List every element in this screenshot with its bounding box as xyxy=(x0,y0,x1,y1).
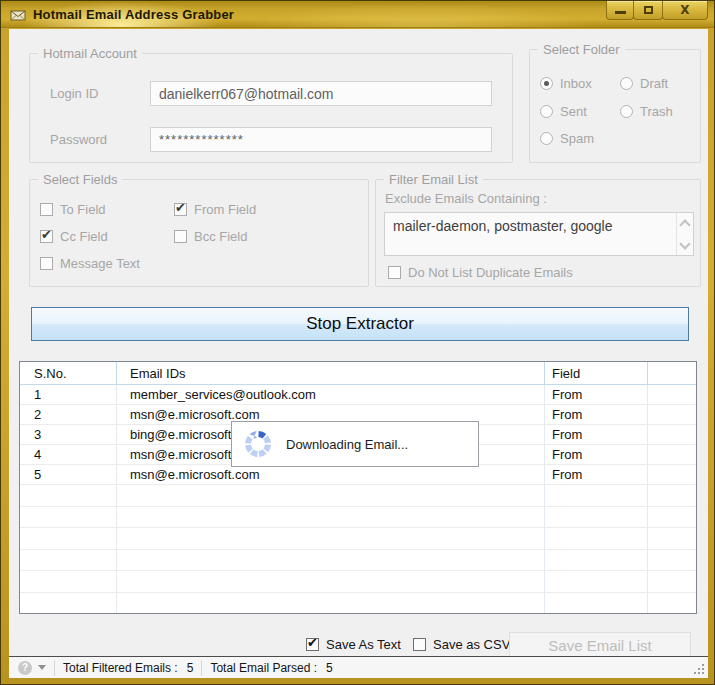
table-row[interactable]: 5 msn@e.microsoft.com From xyxy=(20,465,696,485)
header-sno[interactable]: S.No. xyxy=(20,362,117,384)
radio-trash[interactable]: Trash xyxy=(620,104,673,119)
window-controls: X xyxy=(607,1,708,20)
cell-email: member_services@outlook.com xyxy=(117,385,545,404)
radio-spam-icon xyxy=(540,132,553,145)
checkbox-no-duplicates-icon xyxy=(388,266,401,279)
save-email-list-button[interactable]: Save Email List xyxy=(509,632,691,658)
checkbox-no-duplicates[interactable]: Do Not List Duplicate Emails xyxy=(388,265,573,280)
cell-sno: 3 xyxy=(20,425,117,444)
checkbox-from-field-icon xyxy=(174,203,187,216)
statusbar-divider xyxy=(201,660,202,676)
cell-spacer xyxy=(648,385,696,404)
checkbox-save-as-text-label: Save As Text xyxy=(326,637,401,652)
cell-sno: 2 xyxy=(20,405,117,424)
maximize-button[interactable] xyxy=(633,1,663,20)
close-button[interactable]: X xyxy=(662,1,708,20)
checkbox-save-as-text-icon xyxy=(306,638,319,651)
cell-sno: 1 xyxy=(20,385,117,404)
checkbox-to-field[interactable]: To Field xyxy=(40,202,106,217)
downloading-dialog: Downloading Email... xyxy=(231,421,479,467)
cell-field: From xyxy=(545,425,648,444)
table-header[interactable]: S.No. Email IDs Field xyxy=(20,362,696,385)
radio-inbox-label: Inbox xyxy=(560,76,592,91)
checkbox-save-as-text[interactable]: Save As Text xyxy=(306,637,401,652)
checkbox-save-as-csv-icon xyxy=(413,638,426,651)
stop-extractor-button[interactable]: Stop Extractor xyxy=(31,307,689,341)
app-window: Hotmail Email Address Grabber X Hotmail … xyxy=(0,0,715,685)
cell-spacer xyxy=(648,465,696,484)
scroll-down-icon[interactable] xyxy=(681,241,689,249)
minimize-icon xyxy=(615,11,626,14)
select-fields-group: Select Fields To Field From Field Cc Fie… xyxy=(29,179,369,287)
resize-grip[interactable] xyxy=(694,664,704,674)
cell-spacer xyxy=(648,425,696,444)
header-email-ids[interactable]: Email IDs xyxy=(117,362,545,384)
select-folder-group-label: Select Folder xyxy=(538,42,625,57)
checkbox-bcc-field-icon xyxy=(174,230,187,243)
textarea-scrollbar xyxy=(676,213,693,255)
hotmail-account-group: Hotmail Account Login ID danielkerr067@h… xyxy=(29,53,513,163)
radio-spam-label: Spam xyxy=(560,131,594,146)
password-input[interactable]: ************** xyxy=(150,127,492,152)
radio-draft[interactable]: Draft xyxy=(620,76,668,91)
statusbar: ? Total Filtered Emails : 5 Total Email … xyxy=(9,656,708,678)
titlebar[interactable]: Hotmail Email Address Grabber X xyxy=(1,1,714,28)
password-label: Password xyxy=(50,132,107,147)
checkbox-from-field-label: From Field xyxy=(194,202,256,217)
cell-field: From xyxy=(545,465,648,484)
cell-spacer xyxy=(648,405,696,424)
window-title: Hotmail Email Address Grabber xyxy=(33,7,234,22)
radio-spam[interactable]: Spam xyxy=(540,131,594,146)
maximize-icon xyxy=(644,6,653,14)
table-row[interactable]: 1 member_services@outlook.com From xyxy=(20,385,696,405)
radio-inbox-icon xyxy=(540,77,553,90)
checkbox-no-duplicates-label: Do Not List Duplicate Emails xyxy=(408,265,573,280)
checkbox-message-text-label: Message Text xyxy=(60,256,140,271)
radio-sent-label: Sent xyxy=(560,104,587,119)
login-id-label: Login ID xyxy=(50,86,98,101)
select-fields-group-label: Select Fields xyxy=(38,172,122,187)
select-folder-group: Select Folder Inbox Draft Sent Trash Spa… xyxy=(529,49,701,163)
checkbox-save-as-csv[interactable]: Save as CSV xyxy=(413,637,510,652)
checkbox-cc-field[interactable]: Cc Field xyxy=(40,229,108,244)
filter-email-list-group-label: Filter Email List xyxy=(384,172,483,187)
radio-inbox[interactable]: Inbox xyxy=(540,76,592,91)
help-icon[interactable]: ? xyxy=(18,661,32,675)
cell-spacer xyxy=(648,445,696,464)
close-icon: X xyxy=(680,3,689,17)
exclude-emails-value: mailer-daemon, postmaster, google xyxy=(393,218,673,234)
radio-trash-label: Trash xyxy=(640,104,673,119)
exclude-emails-textarea[interactable]: mailer-daemon, postmaster, google xyxy=(384,212,694,256)
cell-field: From xyxy=(545,385,648,404)
checkbox-bcc-field[interactable]: Bcc Field xyxy=(174,229,247,244)
checkbox-save-as-csv-label: Save as CSV xyxy=(433,637,510,652)
minimize-button[interactable] xyxy=(606,1,634,20)
radio-draft-icon xyxy=(620,77,633,90)
scroll-up-icon[interactable] xyxy=(681,219,689,227)
table-empty-rows xyxy=(20,485,696,613)
exclude-emails-label: Exclude Emails Containing : xyxy=(385,191,547,206)
statusbar-divider xyxy=(54,660,55,676)
spinner-icon xyxy=(242,428,274,460)
checkbox-to-field-label: To Field xyxy=(60,202,106,217)
total-parsed-value: 5 xyxy=(326,661,333,675)
total-parsed-label: Total Email Parsed : xyxy=(210,661,317,675)
checkbox-cc-field-icon xyxy=(40,230,53,243)
downloading-text: Downloading Email... xyxy=(286,437,408,452)
cell-email: msn@e.microsoft.com xyxy=(117,465,545,484)
email-list-table: S.No. Email IDs Field 1 member_services@… xyxy=(19,361,697,614)
radio-trash-icon xyxy=(620,105,633,118)
header-field[interactable]: Field xyxy=(545,362,648,384)
envelope-icon xyxy=(10,7,26,23)
cell-field: From xyxy=(545,445,648,464)
total-filtered-label: Total Filtered Emails : xyxy=(63,661,178,675)
radio-draft-label: Draft xyxy=(640,76,668,91)
checkbox-from-field[interactable]: From Field xyxy=(174,202,256,217)
radio-sent[interactable]: Sent xyxy=(540,104,587,119)
header-spacer xyxy=(648,362,696,384)
checkbox-message-text[interactable]: Message Text xyxy=(40,256,140,271)
cell-sno: 5 xyxy=(20,465,117,484)
login-id-input[interactable]: danielkerr067@hotmail.com xyxy=(150,81,492,106)
radio-sent-icon xyxy=(540,105,553,118)
statusbar-dropdown-icon[interactable] xyxy=(38,665,46,670)
